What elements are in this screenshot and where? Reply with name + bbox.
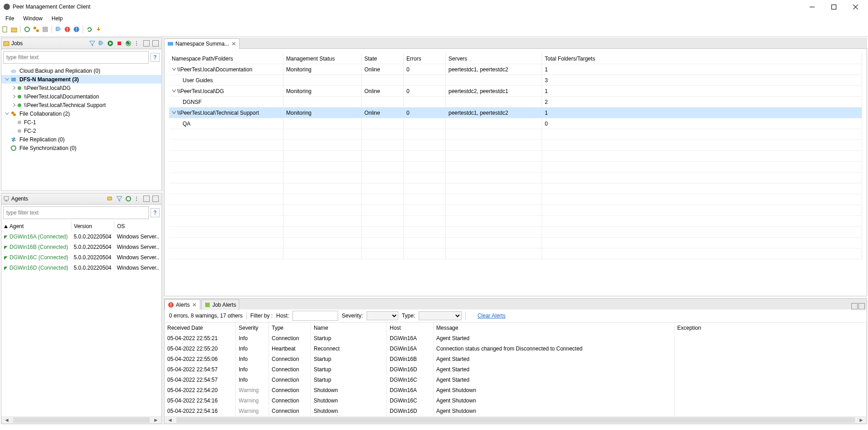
restart-icon[interactable]	[124, 39, 132, 47]
clear-alerts-link[interactable]: Clear Alerts	[477, 313, 505, 319]
type-select[interactable]	[419, 311, 462, 320]
refresh-icon[interactable]	[23, 25, 31, 33]
tree-item[interactable]: FC-2	[1, 126, 161, 135]
host-filter-input[interactable]	[292, 311, 338, 321]
alerts-col-sev[interactable]: Severity	[236, 322, 269, 333]
agents-table[interactable]: Agent Version OS ◤DGWin16A (Connected)5.…	[1, 221, 161, 273]
namespace-table[interactable]: Namespace Path/Folders Management Status…	[169, 53, 862, 259]
table-row[interactable]: ◤DGWin16A (Connected)5.0.0.20220504Windo…	[1, 231, 161, 242]
tab-close-icon[interactable]: ✕	[192, 302, 197, 308]
close-button[interactable]	[846, 0, 864, 14]
alerts-maximize-icon[interactable]	[859, 303, 865, 309]
table-row[interactable]: ◤DGWin16B (Connected)5.0.0.20220504Windo…	[1, 242, 161, 252]
row-twisty-icon[interactable]	[172, 67, 176, 71]
maximize-button[interactable]	[825, 0, 843, 14]
tree-twisty-icon[interactable]	[4, 111, 9, 117]
help-icon[interactable]: ?	[151, 53, 160, 62]
table-row[interactable]: 05-04-2022 22:54:57InfoConnectionStartup…	[165, 364, 867, 374]
ns-col-status[interactable]: Management Status	[283, 53, 362, 64]
alerts-col-host[interactable]: Host	[387, 322, 434, 333]
agents-maximize-view-icon[interactable]	[151, 195, 160, 203]
table-row[interactable]: \\PeerTest.local\Technical SupportMonito…	[169, 108, 862, 118]
ns-col-state[interactable]: State	[362, 53, 404, 64]
sync-icon[interactable]	[85, 25, 94, 33]
table-row[interactable]: ◤DGWin16D (Connected)5.0.0.20220504Windo…	[1, 262, 161, 273]
tree-item[interactable]: File Synchronization (0)	[1, 144, 161, 152]
alerts-col-date[interactable]: Received Date	[165, 322, 236, 333]
table-row[interactable]: 05-04-2022 22:54:20WarningConnectionShut…	[165, 385, 867, 395]
table-row[interactable]: QA0	[169, 118, 862, 129]
tab-job-alerts[interactable]: Job Alerts	[201, 299, 240, 310]
alert-icon[interactable]: !	[63, 25, 71, 33]
alerts-col-exc[interactable]: Exception	[675, 322, 867, 333]
severity-select[interactable]	[367, 311, 398, 320]
row-twisty-icon[interactable]	[172, 89, 176, 93]
minimize-view-icon[interactable]	[142, 39, 151, 47]
table-row[interactable]: 05-04-2022 22:55:20InfoHeartbeatReconnec…	[165, 343, 867, 354]
filter-icon[interactable]	[88, 39, 96, 47]
alerts-col-type[interactable]: Type	[269, 322, 311, 333]
server-icon[interactable]	[41, 25, 49, 33]
tree-twisty-icon[interactable]	[11, 128, 17, 134]
agents-scrollbar[interactable]: ◄ ►	[1, 416, 161, 424]
ns-col-servers[interactable]: Servers	[446, 53, 542, 64]
table-row[interactable]: 05-04-2022 22:55:06InfoConnectionStartup…	[165, 354, 867, 364]
help-icon[interactable]: ?	[151, 208, 160, 217]
jobs-tree[interactable]: Cloud Backup and Replication (0)DFS-N Ma…	[1, 65, 161, 191]
jobs-filter-input[interactable]	[3, 51, 149, 64]
ns-col-errors[interactable]: Errors	[404, 53, 446, 64]
agents-filter-input[interactable]	[3, 206, 149, 219]
agents-view-menu-icon[interactable]	[133, 195, 142, 203]
new-icon[interactable]	[1, 25, 9, 33]
maximize-view-icon[interactable]	[151, 39, 160, 47]
tree-twisty-icon[interactable]	[11, 85, 17, 91]
table-row[interactable]: 05-04-2022 22:55:21InfoConnectionStartup…	[165, 333, 867, 343]
alerts-col-name[interactable]: Name	[311, 322, 387, 333]
agents-col-version[interactable]: Version	[71, 221, 114, 231]
row-twisty-icon[interactable]	[172, 110, 176, 115]
tree-twisty-icon[interactable]	[4, 68, 9, 74]
table-row[interactable]: User Guides3	[169, 75, 862, 86]
tree-twisty-icon[interactable]	[11, 94, 17, 99]
play-icon[interactable]	[106, 39, 114, 47]
job-alert-icon[interactable]: !	[72, 25, 80, 33]
tree-twisty-icon[interactable]	[11, 103, 17, 108]
table-row[interactable]: DGNSF2	[169, 97, 862, 108]
agents-col-agent[interactable]: Agent	[9, 223, 24, 229]
tree-item[interactable]: \\PeerTest.local\DG	[1, 84, 161, 92]
tree-twisty-icon[interactable]	[11, 120, 17, 125]
table-row[interactable]: 05-04-2022 22:54:16WarningConnectionShut…	[165, 406, 867, 416]
menu-file[interactable]: File	[2, 14, 18, 23]
tree-twisty-icon[interactable]	[4, 77, 9, 82]
stop-icon[interactable]	[115, 39, 123, 47]
menu-help[interactable]: Help	[48, 14, 66, 23]
tree-item[interactable]: FC-1	[1, 118, 161, 126]
tab-namespace-summary[interactable]: Namespace Summa... ✕	[164, 38, 240, 49]
alerts-scrollbar[interactable]: ◄ ►	[165, 416, 867, 424]
tree-item[interactable]: Cloud Backup and Replication (0)	[1, 66, 161, 75]
alerts-table[interactable]: Received Date Severity Type Name Host Me…	[165, 322, 867, 416]
ns-col-total[interactable]: Total Folders/Targets	[542, 53, 862, 64]
menu-window[interactable]: Window	[19, 14, 46, 23]
tree-item[interactable]: DFS-N Management (3)	[1, 75, 161, 84]
tab-close-icon[interactable]: ✕	[231, 41, 236, 47]
alerts-minimize-icon[interactable]	[851, 303, 858, 309]
view-menu-icon[interactable]	[133, 39, 142, 47]
agents-filter-icon[interactable]	[115, 195, 123, 203]
tree-twisty-icon[interactable]	[4, 145, 9, 151]
download-icon[interactable]	[94, 25, 103, 33]
agents-minimize-view-icon[interactable]	[142, 195, 151, 203]
table-row[interactable]: \\PeerTest.local\DocumentationMonitoring…	[169, 64, 862, 75]
tree-item[interactable]: \\PeerTest.local\Documentation	[1, 92, 161, 101]
peer-icon[interactable]	[32, 25, 40, 33]
tag-small-icon[interactable]	[97, 39, 105, 47]
table-row[interactable]: ◤DGWin16C (Connected)5.0.0.20220504Windo…	[1, 252, 161, 262]
minimize-button[interactable]	[803, 0, 821, 14]
tab-alerts[interactable]: ! Alerts ✕	[165, 299, 200, 310]
open-icon[interactable]	[10, 25, 18, 33]
ns-col-path[interactable]: Namespace Path/Folders	[169, 53, 283, 64]
tree-twisty-icon[interactable]	[4, 137, 9, 142]
alerts-col-msg[interactable]: Message	[434, 322, 675, 333]
agents-add-icon[interactable]	[106, 195, 114, 203]
table-row[interactable]: 05-04-2022 22:54:16WarningConnectionShut…	[165, 395, 867, 406]
